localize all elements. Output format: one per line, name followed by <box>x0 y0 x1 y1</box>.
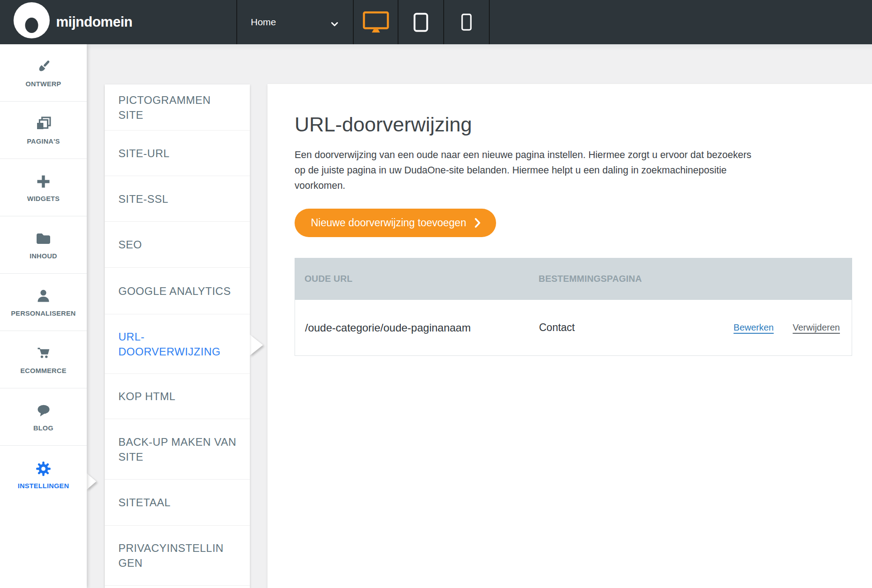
menu-item-privacyinstellingen[interactable]: PRIVACYINSTELLINGEN <box>105 526 250 586</box>
sidebar-item-label: BLOG <box>33 424 54 432</box>
chevron-right-icon <box>474 218 481 228</box>
device-tablet-button[interactable] <box>398 0 444 44</box>
desktop-monitor-icon <box>363 11 389 33</box>
sidebar-item-label: WIDGETS <box>27 195 60 202</box>
sidebar-item-label: INSTELLINGEN <box>18 482 69 490</box>
gear-icon <box>35 460 52 478</box>
pages-icon <box>35 115 52 133</box>
content-description: Een doorverwijzing van een oude naar een… <box>295 147 872 193</box>
paintbrush-icon <box>35 58 52 76</box>
speech-bubble-icon <box>35 402 52 420</box>
sidebar-item-label: ECOMMERCE <box>20 367 66 374</box>
phone-icon <box>461 14 472 31</box>
menu-active-pointer <box>250 335 263 355</box>
column-header-oude-url: OUDE URL <box>295 274 539 284</box>
cart-icon <box>35 345 52 363</box>
menu-item-site-url[interactable]: SITE-URL <box>105 131 250 176</box>
sidebar-item-ecommerce[interactable]: ECOMMERCE <box>0 331 87 388</box>
table-header-row: OUDE URL BESTEMMINGSPAGINA <box>295 258 852 300</box>
chevron-down-icon <box>331 20 338 28</box>
sidebar-item-personaliseren[interactable]: PERSONALISEREN <box>0 274 87 331</box>
page-selector-dropdown[interactable]: Home <box>236 0 354 44</box>
menu-item-seo[interactable]: SEO <box>105 222 250 268</box>
menu-item-backup-maken-van-site[interactable]: BACK-UP MAKEN VAN SITE <box>105 419 250 480</box>
device-desktop-button[interactable] <box>354 0 398 44</box>
sidebar: ONTWERP PAGINA'S WIDGETS INHOUD P <box>0 44 87 588</box>
mijndomein-logo-icon <box>13 2 50 42</box>
menu-item-site-ssl[interactable]: SITE-SSL <box>105 176 250 222</box>
sidebar-active-pointer <box>87 473 96 490</box>
table-row: /oude-categorie/oude-paginanaam Contact … <box>295 300 852 356</box>
menu-item-url-doorverwijzing[interactable]: URL-DOORVERWIJZING <box>105 314 250 374</box>
add-redirect-button[interactable]: Nieuwe doorverwijzing toevoegen <box>295 209 496 237</box>
menu-item-sitetaal[interactable]: SITETAAL <box>105 480 250 526</box>
sidebar-item-label: PERSONALISEREN <box>11 309 75 317</box>
sidebar-item-blog[interactable]: BLOG <box>0 388 87 446</box>
menu-item-kop-html[interactable]: KOP HTML <box>105 374 250 419</box>
device-phone-button[interactable] <box>444 0 490 44</box>
sidebar-item-instellingen[interactable]: INSTELLINGEN <box>0 446 87 503</box>
settings-menu: PICTOGRAMMEN SITE SITE-URL SITE-SSL SEO … <box>105 84 250 588</box>
sidebar-item-label: ONTWERP <box>26 80 61 88</box>
menu-item-google-analytics[interactable]: GOOGLE ANALYTICS <box>105 268 250 314</box>
sidebar-item-paginas[interactable]: PAGINA'S <box>0 102 87 159</box>
content-title: URL-doorverwijzing <box>295 113 872 136</box>
person-icon <box>35 287 52 305</box>
sidebar-item-ontwerp[interactable]: ONTWERP <box>0 44 87 102</box>
brand-logo[interactable]: mijndomein <box>13 0 132 44</box>
tablet-icon <box>413 13 428 32</box>
sidebar-item-label: INHOUD <box>30 252 57 260</box>
cell-oude-url: /oude-categorie/oude-paginanaam <box>295 322 539 334</box>
sidebar-item-label: PAGINA'S <box>27 137 60 145</box>
row-actions: Bewerken Verwijderen <box>734 322 852 333</box>
folder-icon <box>35 230 52 248</box>
page-selector-value: Home <box>251 17 276 28</box>
content-panel: URL-doorverwijzing Een doorverwijzing va… <box>267 84 872 588</box>
sidebar-item-widgets[interactable]: WIDGETS <box>0 159 87 216</box>
edit-link[interactable]: Bewerken <box>734 322 774 333</box>
delete-link[interactable]: Verwijderen <box>792 322 840 333</box>
brand-name: mijndomein <box>56 14 132 30</box>
description-line: op de juiste pagina in uw DudaOne-site b… <box>295 163 872 178</box>
redirects-table: OUDE URL BESTEMMINGSPAGINA /oude-categor… <box>295 258 852 356</box>
topbar: mijndomein Home <box>0 0 872 44</box>
menu-item-pictogrammen-site[interactable]: PICTOGRAMMEN SITE <box>105 84 250 131</box>
plus-icon <box>35 173 52 191</box>
header-bar: SITE-INSTELLINGEN <box>0 44 872 84</box>
description-line: voorkomen. <box>295 178 872 193</box>
description-line: Een doorverwijzing van een oude naar een… <box>295 147 872 163</box>
column-header-bestemmingspagina: BESTEMMINGSPAGINA <box>539 274 642 284</box>
cell-bestemmingspagina: Contact <box>539 322 734 334</box>
add-redirect-button-label: Nieuwe doorverwijzing toevoegen <box>311 217 466 229</box>
sidebar-item-inhoud[interactable]: INHOUD <box>0 216 87 274</box>
